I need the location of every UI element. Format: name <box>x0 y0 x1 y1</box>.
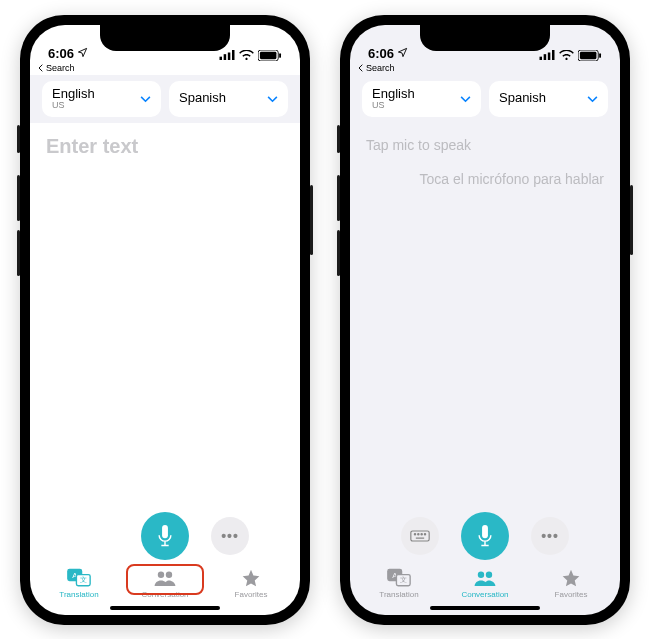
status-right <box>539 50 602 61</box>
chevron-left-icon <box>358 64 364 72</box>
source-language-region: US <box>52 101 95 111</box>
tab-translation[interactable]: A文 Translation <box>36 568 122 599</box>
svg-rect-5 <box>260 51 277 58</box>
svg-text:文: 文 <box>80 576 87 583</box>
target-language-name: Spanish <box>179 91 226 105</box>
svg-point-36 <box>478 571 484 577</box>
translation-icon: A文 <box>67 568 91 588</box>
keyboard-icon <box>410 530 430 542</box>
tab-favorites-label: Favorites <box>235 590 268 599</box>
svg-rect-23 <box>411 531 429 541</box>
more-options-button[interactable]: ••• <box>211 517 249 555</box>
text-input-placeholder: Enter text <box>46 135 284 158</box>
home-indicator[interactable] <box>110 606 220 610</box>
phone-frame-right: 6:06 Search English US <box>340 15 630 625</box>
svg-point-37 <box>486 571 492 577</box>
phone-frame-left: 6:06 Search English US <box>20 15 310 625</box>
status-time: 6:06 <box>368 46 394 61</box>
wifi-icon <box>559 50 574 61</box>
back-to-search[interactable]: Search <box>350 63 620 75</box>
svg-rect-21 <box>580 51 597 58</box>
language-selector-row: English US Spanish <box>30 75 300 123</box>
svg-rect-22 <box>599 53 601 58</box>
home-indicator[interactable] <box>430 606 540 610</box>
star-icon <box>559 568 583 588</box>
mute-switch <box>337 125 340 153</box>
target-language-name: Spanish <box>499 91 546 105</box>
keyboard-input-button[interactable] <box>401 517 439 555</box>
tab-conversation[interactable]: Conversation <box>122 568 208 599</box>
svg-point-24 <box>414 533 415 534</box>
chevron-left-icon <box>38 64 44 72</box>
svg-rect-29 <box>482 525 488 538</box>
screen-translation: 6:06 Search English US <box>30 25 300 615</box>
chevron-down-icon <box>587 92 598 106</box>
microphone-icon <box>156 525 174 547</box>
star-icon <box>239 568 263 588</box>
back-label: Search <box>366 63 395 73</box>
svg-rect-19 <box>552 50 555 60</box>
people-icon <box>473 568 497 588</box>
tab-bar: A文 Translation Conversation Favorites <box>30 564 300 615</box>
svg-rect-1 <box>224 54 227 60</box>
svg-text:文: 文 <box>400 576 407 583</box>
location-icon <box>397 46 408 61</box>
battery-icon <box>258 50 282 61</box>
volume-up-button <box>337 175 340 221</box>
back-label: Search <box>46 63 75 73</box>
back-to-search[interactable]: Search <box>30 63 300 75</box>
power-button <box>630 185 633 255</box>
tab-conversation-label: Conversation <box>461 590 508 599</box>
source-language-name: English <box>372 87 415 101</box>
notch <box>420 25 550 51</box>
controls-row: ••• <box>350 506 620 564</box>
tab-bar: A文 Translation Conversation Favorites <box>350 564 620 615</box>
svg-rect-2 <box>228 53 231 61</box>
screen-conversation: 6:06 Search English US <box>350 25 620 615</box>
svg-rect-16 <box>540 57 543 60</box>
conversation-area: Tap mic to speak Toca el micrófono para … <box>350 123 620 506</box>
svg-rect-7 <box>162 525 168 538</box>
svg-point-25 <box>418 533 419 534</box>
status-right <box>219 50 282 61</box>
translation-icon: A文 <box>387 568 411 588</box>
tab-conversation[interactable]: Conversation <box>442 568 528 599</box>
conversation-tab-highlight <box>126 564 204 595</box>
tab-favorites-label: Favorites <box>555 590 588 599</box>
svg-rect-17 <box>544 54 547 60</box>
tab-favorites[interactable]: Favorites <box>208 568 294 599</box>
source-language-button[interactable]: English US <box>42 81 161 117</box>
chevron-down-icon <box>460 92 471 106</box>
text-input-area[interactable]: Enter text <box>30 123 300 506</box>
signal-icon <box>219 50 235 60</box>
source-language-name: English <box>52 87 95 101</box>
svg-rect-0 <box>220 57 223 60</box>
chevron-down-icon <box>267 92 278 106</box>
wifi-icon <box>239 50 254 61</box>
microphone-button[interactable] <box>141 512 189 560</box>
battery-icon <box>578 50 602 61</box>
target-language-button[interactable]: Spanish <box>169 81 288 117</box>
volume-down-button <box>337 230 340 276</box>
volume-up-button <box>17 175 20 221</box>
microphone-icon <box>476 525 494 547</box>
volume-down-button <box>17 230 20 276</box>
tab-translation-label: Translation <box>59 590 98 599</box>
tab-translation[interactable]: A文 Translation <box>356 568 442 599</box>
language-selector-row: English US Spanish <box>350 75 620 123</box>
status-time: 6:06 <box>48 46 74 61</box>
source-language-button[interactable]: English US <box>362 81 481 117</box>
microphone-button[interactable] <box>461 512 509 560</box>
more-options-button[interactable]: ••• <box>531 517 569 555</box>
source-language-region: US <box>372 101 415 111</box>
target-language-button[interactable]: Spanish <box>489 81 608 117</box>
svg-rect-18 <box>548 53 551 61</box>
prompt-target-language: Toca el micrófono para hablar <box>366 171 604 187</box>
prompt-source-language: Tap mic to speak <box>366 137 604 153</box>
svg-point-26 <box>421 533 422 534</box>
power-button <box>310 185 313 255</box>
tab-favorites[interactable]: Favorites <box>528 568 614 599</box>
location-icon <box>77 46 88 61</box>
mute-switch <box>17 125 20 153</box>
svg-point-27 <box>424 533 425 534</box>
